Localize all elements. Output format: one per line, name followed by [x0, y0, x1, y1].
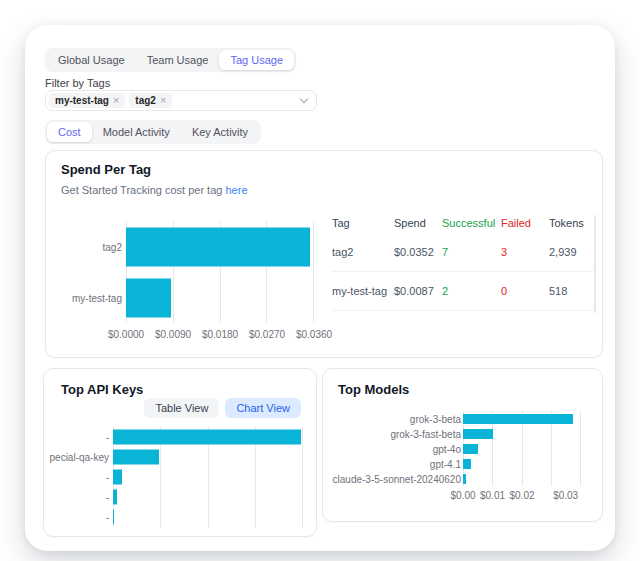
- top-api-keys-chart: - pecial-qa-key -: [59, 427, 303, 531]
- tag-chip-label: tag2: [135, 95, 156, 106]
- col-header-failed: Failed: [501, 217, 549, 229]
- bar-track: [463, 444, 581, 454]
- chart-row: gpt-4.1: [338, 456, 581, 471]
- col-header-spend: Spend: [394, 217, 442, 229]
- chart-row: grok-3-fast-beta: [338, 426, 581, 441]
- page-background: Global Usage Team Usage Tag Usage Filter…: [0, 0, 640, 561]
- tab-key-activity[interactable]: Key Activity: [181, 122, 259, 142]
- bar: [463, 444, 478, 454]
- x-tick: $0.0090: [155, 329, 191, 340]
- chart-row: -: [59, 427, 303, 447]
- bar-track: [113, 430, 303, 445]
- chart-row: my-test-tag: [61, 272, 361, 323]
- chart-view-button[interactable]: Chart View: [225, 398, 301, 418]
- tab-global-usage[interactable]: Global Usage: [47, 50, 136, 70]
- cell-failed: 0: [501, 285, 549, 297]
- y-axis-label: -: [106, 472, 109, 483]
- spend-table: Tag Spend Successful Failed Tokens tag2 …: [332, 213, 594, 311]
- bar: [113, 510, 114, 525]
- y-axis-label: grok-3-fast-beta: [390, 428, 461, 439]
- bar-track: [463, 429, 581, 439]
- y-axis-label: grok-3-beta: [410, 413, 461, 424]
- y-axis-label: -: [106, 492, 109, 503]
- tab-cost[interactable]: Cost: [47, 122, 92, 142]
- chevron-down-icon[interactable]: [299, 97, 309, 105]
- tab-tag-usage[interactable]: Tag Usage: [219, 50, 294, 70]
- chart-row: pecial-qa-key: [59, 447, 303, 467]
- models-card-title: Top Models: [338, 382, 409, 397]
- y-axis-label: claude-3-5-sonnet-20240620: [333, 473, 461, 484]
- tab-team-usage[interactable]: Team Usage: [136, 50, 220, 70]
- y-axis-label: -: [106, 512, 109, 523]
- bar: [463, 414, 573, 424]
- bar: [126, 278, 171, 317]
- filter-by-tags-label: Filter by Tags: [45, 77, 110, 89]
- view-toggle: Table View Chart View: [144, 398, 301, 418]
- bar-track: [113, 470, 303, 485]
- col-header-tag: Tag: [332, 217, 394, 229]
- x-tick: $0.02: [509, 490, 534, 501]
- chart-row: claude-3-5-sonnet-20240620: [338, 471, 581, 486]
- cell-successful: 7: [442, 246, 501, 258]
- tag-chip: my-test-tag ×: [49, 93, 125, 108]
- tag-chip-label: my-test-tag: [55, 95, 109, 106]
- chart-row: gpt-4o: [338, 441, 581, 456]
- cell-tokens: 518: [549, 285, 594, 297]
- y-axis-label: pecial-qa-key: [50, 452, 109, 463]
- bar: [463, 474, 466, 484]
- bar-track: [463, 474, 581, 484]
- cell-tag: my-test-tag: [332, 285, 394, 297]
- subtitle-text: Get Started Tracking cost per tag: [61, 184, 222, 196]
- col-header-successful: Successful: [442, 217, 501, 229]
- x-tick: $0.03: [553, 490, 578, 501]
- api-keys-card-title: Top API Keys: [61, 382, 143, 397]
- tag-filter-select[interactable]: my-test-tag × tag2 ×: [45, 90, 317, 111]
- here-link[interactable]: here: [225, 184, 247, 196]
- y-axis-label: tag2: [103, 241, 122, 252]
- tab-model-activity[interactable]: Model Activity: [92, 122, 181, 142]
- tag-chip: tag2 ×: [129, 93, 172, 108]
- x-tick: $0.0180: [202, 329, 238, 340]
- spend-per-tag-card: Spend Per Tag Get Started Tracking cost …: [45, 150, 603, 358]
- x-axis: $0.0000 $0.0090 $0.0180 $0.0270 $0.0360: [126, 329, 314, 342]
- x-tick: $0.00: [450, 490, 475, 501]
- y-axis-label: gpt-4o: [433, 443, 461, 454]
- main-panel: Global Usage Team Usage Tag Usage Filter…: [25, 25, 615, 551]
- col-header-tokens: Tokens: [549, 217, 594, 229]
- x-axis: $0.00 $0.01 $0.02 $0.03: [463, 490, 581, 503]
- spend-card-title: Spend Per Tag: [61, 162, 151, 177]
- top-api-keys-card: Top API Keys Table View Chart View - pec…: [43, 368, 317, 537]
- x-tick: $0.0360: [296, 329, 332, 340]
- cell-successful: 2: [442, 285, 501, 297]
- table-row: tag2 $0.0352 7 3 2,939: [332, 233, 594, 272]
- bar-track: [126, 278, 314, 317]
- spend-card-subtitle: Get Started Tracking cost per tag here: [61, 184, 248, 196]
- table-view-button[interactable]: Table View: [144, 398, 219, 418]
- table-scrollbar[interactable]: [594, 215, 596, 313]
- bar: [113, 450, 159, 465]
- cell-tag: tag2: [332, 246, 394, 258]
- x-tick: $0.0270: [249, 329, 285, 340]
- bar-track: [113, 490, 303, 505]
- bar-track: [463, 459, 581, 469]
- bar-track: [126, 227, 314, 266]
- cell-tokens: 2,939: [549, 246, 594, 258]
- bar: [463, 429, 493, 439]
- bar-track: [113, 510, 303, 525]
- y-axis-label: gpt-4.1: [430, 458, 461, 469]
- chart-row: grok-3-beta: [338, 411, 581, 426]
- bar: [113, 430, 301, 445]
- remove-tag-icon[interactable]: ×: [113, 95, 119, 106]
- spend-per-tag-chart: tag2 my-test-tag $0.0000 $0.0090 $0.0180…: [61, 221, 361, 345]
- chart-row: -: [59, 487, 303, 507]
- y-axis-label: my-test-tag: [72, 292, 122, 303]
- metric-tab-strip: Cost Model Activity Key Activity: [45, 120, 261, 144]
- bar-track: [113, 450, 303, 465]
- top-models-chart: grok-3-beta grok-3-fast-beta gpt-4o: [338, 411, 581, 506]
- table-header-row: Tag Spend Successful Failed Tokens: [332, 213, 594, 233]
- cell-spend: $0.0087: [394, 285, 442, 297]
- y-axis-label: -: [106, 432, 109, 443]
- bar-track: [463, 414, 581, 424]
- chart-row: -: [59, 507, 303, 527]
- remove-tag-icon[interactable]: ×: [160, 95, 166, 106]
